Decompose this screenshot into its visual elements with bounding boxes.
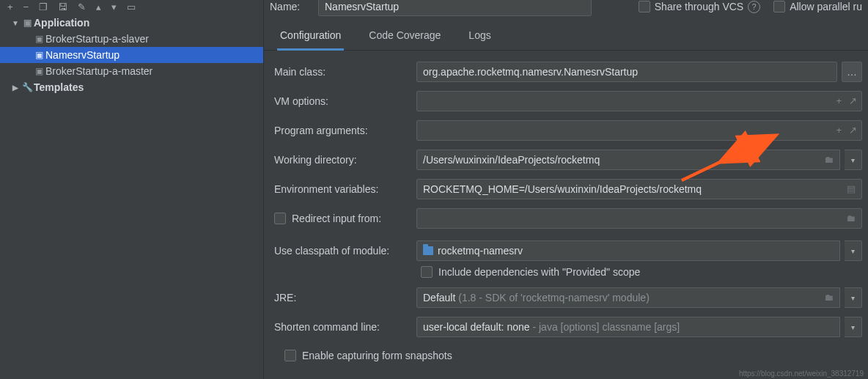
main-class-label: Main class: (274, 66, 409, 78)
working-dir-label: Working directory: (274, 154, 409, 166)
name-input[interactable] (318, 0, 592, 16)
plus-icon[interactable]: + (836, 121, 842, 140)
chevron-right-icon: ▶ (10, 84, 21, 92)
list-icon[interactable]: ▤ (847, 180, 856, 199)
module-icon (423, 246, 433, 255)
parallel-label: Allow parallel ru (790, 1, 862, 12)
jre-label: JRE: (274, 292, 409, 303)
jre-dropdown-caret[interactable] (845, 287, 862, 308)
run-configs-tree-panel: + − ❐ 🖫 ✎ ▴ ▾ ▭ ▼ ▣ Application ▣ Broker… (0, 0, 264, 379)
enable-snapshots-label: Enable capturing form snapshots (302, 350, 452, 361)
folder-icon[interactable]: 🖿 (824, 150, 834, 169)
tab-logs[interactable]: Logs (466, 25, 493, 50)
tree-item-namesrv[interactable]: ▣ NamesrvStartup (0, 47, 263, 63)
tree-item-broker-slaver[interactable]: ▣ BrokerStartup-a-slaver (0, 31, 263, 47)
module-dropdown-caret[interactable] (845, 240, 862, 261)
enable-snapshots-checkbox[interactable] (284, 350, 296, 361)
remove-icon[interactable]: − (23, 2, 29, 12)
share-label: Share through VCS (655, 1, 743, 12)
name-label: Name: (270, 1, 312, 12)
expand-icon[interactable]: ↗ (849, 92, 857, 111)
vm-options-label: VM options: (274, 95, 409, 107)
tab-configuration[interactable]: Configuration (277, 25, 344, 51)
tree-item-label: NamesrvStartup (45, 49, 119, 61)
include-provided-checkbox[interactable] (421, 266, 433, 278)
edit-icon[interactable]: ✎ (78, 2, 86, 12)
run-config-icon: ▣ (32, 50, 45, 60)
add-icon[interactable]: + (7, 2, 13, 12)
watermark: https://blog.csdn.net/weixin_38312719 (739, 369, 864, 378)
checkbox-icon[interactable] (639, 1, 650, 12)
tree-item-label: BrokerStartup-a-master (45, 65, 152, 77)
redirect-label: Redirect input from: (292, 213, 381, 224)
copy-icon[interactable]: ❐ (39, 2, 48, 12)
program-args-input[interactable]: +↗ (416, 120, 862, 141)
config-header: Name: Share through VCS ? Allow parallel… (264, 0, 868, 19)
tree-item-broker-master[interactable]: ▣ BrokerStartup-a-master (0, 63, 263, 79)
vm-options-input[interactable]: +↗ (416, 91, 862, 111)
shorten-label: Shorten command line: (274, 321, 409, 333)
include-provided-label: Include dependencies with "Provided" sco… (438, 266, 640, 278)
module-dropdown[interactable]: rocketmq-namesrv (416, 240, 840, 261)
env-vars-input[interactable]: ROCKETMQ_HOME=/Users/wuxinxin/IdeaProjec… (416, 179, 862, 199)
tree-group-application[interactable]: ▼ ▣ Application (0, 15, 263, 31)
folder-icon[interactable]: 🖿 (846, 209, 856, 228)
module-label: Use classpath of module: (274, 245, 409, 257)
config-editor-panel: Name: Share through VCS ? Allow parallel… (264, 0, 868, 379)
config-tree: ▼ ▣ Application ▣ BrokerStartup-a-slaver… (0, 13, 263, 95)
allow-parallel-run[interactable]: Allow parallel ru (773, 1, 862, 12)
working-dir-dropdown[interactable] (845, 150, 862, 170)
main-class-input[interactable]: org.apache.rocketmq.namesrv.NamesrvStart… (416, 62, 837, 82)
folder-expand-icon[interactable]: ▭ (127, 2, 136, 12)
tab-code-coverage[interactable]: Code Coverage (366, 25, 444, 50)
redirect-checkbox[interactable] (274, 213, 286, 224)
program-args-label: Program arguments: (274, 125, 409, 136)
save-icon[interactable]: 🖫 (58, 2, 67, 12)
config-form: Main class: org.apache.rocketmq.namesrv.… (264, 51, 868, 361)
tree-item-label: BrokerStartup-a-slaver (45, 33, 149, 45)
shorten-dropdown-caret[interactable] (845, 317, 862, 337)
checkbox-icon[interactable] (773, 1, 785, 12)
chevron-down-icon: ▼ (10, 19, 21, 27)
run-config-icon: ▣ (32, 66, 45, 76)
tree-group-label: Application (34, 17, 89, 29)
down-icon[interactable]: ▾ (111, 2, 117, 12)
shorten-dropdown[interactable]: user-local default: none - java [options… (416, 317, 840, 337)
folder-icon[interactable]: 🖿 (824, 288, 834, 307)
tree-group-label: Templates (34, 81, 84, 93)
plus-icon[interactable]: + (836, 92, 842, 111)
share-through-vcs[interactable]: Share through VCS ? (639, 1, 760, 13)
env-vars-label: Environment variables: (274, 183, 409, 195)
jre-dropdown[interactable]: Default (1.8 - SDK of 'rocketmq-namesrv'… (416, 287, 840, 308)
working-dir-input[interactable]: /Users/wuxinxin/IdeaProjects/rocketmq 🖿 (416, 150, 840, 170)
up-icon[interactable]: ▴ (96, 2, 101, 12)
config-tabs: Configuration Code Coverage Logs (264, 19, 868, 51)
wrench-icon: 🔧 (21, 82, 34, 92)
tree-toolbar: + − ❐ 🖫 ✎ ▴ ▾ ▭ (0, 0, 263, 13)
tree-group-templates[interactable]: ▶ 🔧 Templates (0, 79, 263, 95)
application-icon: ▣ (21, 18, 34, 28)
redirect-input[interactable]: 🖿 (416, 208, 862, 229)
run-config-icon: ▣ (32, 34, 45, 44)
browse-class-button[interactable]: … (842, 62, 862, 82)
help-icon[interactable]: ? (748, 1, 760, 13)
expand-icon[interactable]: ↗ (849, 121, 857, 140)
